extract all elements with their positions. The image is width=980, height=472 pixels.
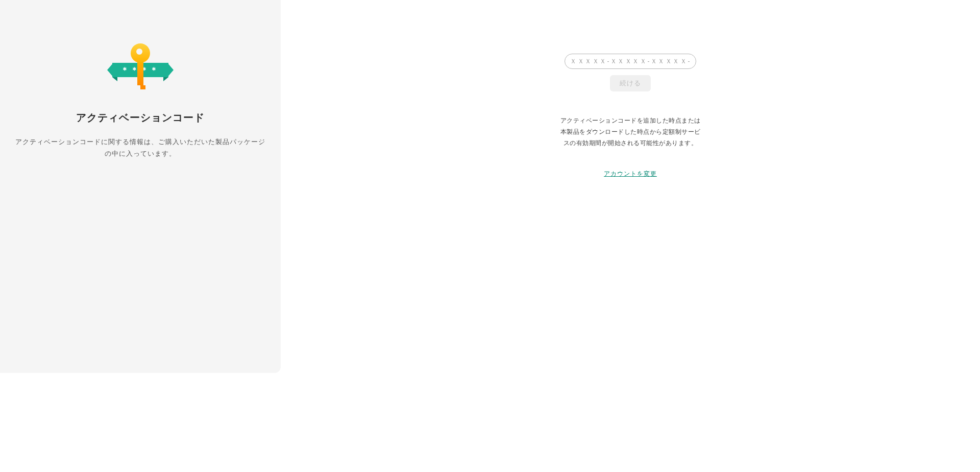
validity-notice: アクティベーションコードを追加した時点または本製品をダウンロードした時点から定額… bbox=[559, 115, 702, 149]
key-shaft-icon bbox=[137, 62, 143, 85]
activation-screen: ＊＊＊＊ アクティベーションコード アクティベーションコードに関する情報は、ご購… bbox=[0, 0, 980, 472]
form-panel: 続ける アクティベーションコードを追加した時点または本製品をダウンロードした時点… bbox=[281, 0, 980, 472]
panel-title: アクティベーションコード bbox=[76, 111, 205, 125]
continue-button[interactable]: 続ける bbox=[610, 75, 651, 91]
activation-code-input[interactable] bbox=[565, 54, 696, 69]
info-panel: ＊＊＊＊ アクティベーションコード アクティベーションコードに関する情報は、ご購… bbox=[0, 0, 281, 373]
panel-description: アクティベーションコードに関する情報は、ご購入いただいた製品パッケージ の中に入… bbox=[10, 136, 271, 160]
key-head-icon bbox=[131, 43, 150, 63]
key-bit-icon bbox=[140, 85, 145, 89]
change-account-link[interactable]: アカウントを変更 bbox=[604, 170, 657, 178]
activation-key-icon: ＊＊＊＊ bbox=[112, 43, 168, 89]
